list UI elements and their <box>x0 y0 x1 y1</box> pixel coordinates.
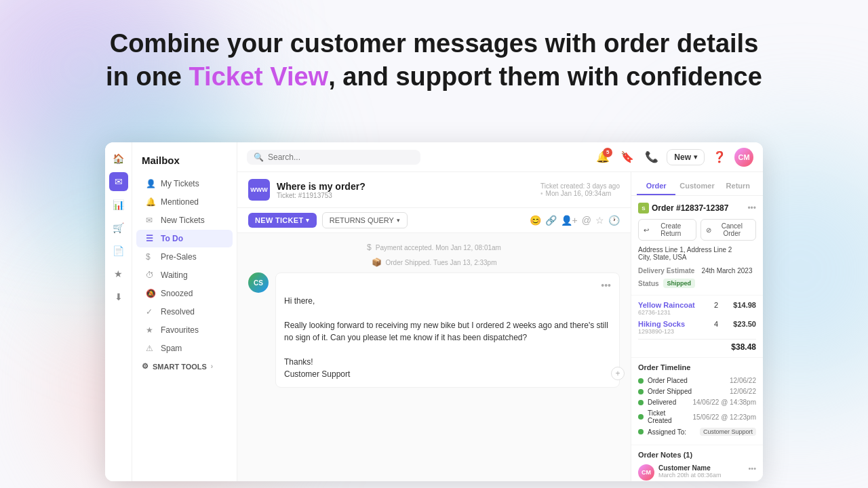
sidebar-item-spam[interactable]: ⚠ Spam <box>136 340 233 357</box>
system-message-shipped: 📦 Order Shipped. Tues Jan 13, 2:33pm <box>248 258 620 267</box>
ticket-toolbar: NEW TICKET ▾ RETURNS QUERY ▾ 😊 🔗 👤+ @ ☆ <box>237 208 631 233</box>
tab-return-label: Return <box>726 182 750 190</box>
new-tickets-icon: ✉ <box>146 216 155 225</box>
top-bar-actions: 🔔 5 🔖 📞 New ▾ ❓ CM <box>593 148 753 167</box>
ticket-date: Mon Jan 16, 09:34am <box>546 190 612 197</box>
item-1-name[interactable]: Yellow Raincoat <box>638 301 707 309</box>
sidebar-icon-star[interactable]: ★ <box>109 264 128 283</box>
order-more-button[interactable]: ••• <box>747 203 756 213</box>
app-window: 🏠 ✉ 📊 🛒 📄 ★ ⬇ Mailbox 👤 My Tickets 🔔 Men… <box>105 142 763 481</box>
new-ticket-button[interactable]: NEW TICKET ▾ <box>248 213 317 228</box>
add-message-button[interactable]: + <box>611 367 625 380</box>
sidebar-icon-download[interactable]: ⬇ <box>109 287 128 306</box>
smart-tools[interactable]: ⚙ SMART TOOLS › <box>132 358 237 375</box>
address-line2: City, State, USA <box>638 253 756 261</box>
message-signature: Customer Support <box>284 368 611 380</box>
person-add-icon[interactable]: 👤+ <box>561 215 578 226</box>
phone-button[interactable]: 📞 <box>642 148 661 167</box>
sidebar-item-my-tickets[interactable]: 👤 My Tickets <box>136 175 233 192</box>
timeline-item-4: Ticket Created 15/06/22 @ 12:23pm <box>638 409 756 424</box>
new-tickets-label: New Tickets <box>161 216 205 225</box>
new-ticket-btn-label: NEW TICKET <box>255 216 303 224</box>
item-row-1: Yellow Raincoat 62736-1231 2 $14.98 <box>638 301 756 316</box>
timeline-dot-2 <box>638 389 644 394</box>
snoozed-label: Snoozed <box>161 289 193 298</box>
notifications-button[interactable]: 🔔 5 <box>593 148 612 167</box>
mention-icon[interactable]: @ <box>582 215 591 226</box>
waiting-label: Waiting <box>161 270 188 280</box>
resolved-icon: ✓ <box>146 307 155 317</box>
payment-icon: $ <box>367 243 372 252</box>
bookmark-button[interactable]: 🔖 <box>618 148 637 167</box>
link-icon[interactable]: 🔗 <box>545 215 557 226</box>
payment-text: Payment accepted. Mon Jan 12, 08:01am <box>376 244 501 251</box>
item-1-price: $14.98 <box>726 301 756 309</box>
sidebar-item-resolved[interactable]: ✓ Resolved <box>136 303 233 321</box>
mentioned-label: Mentioned <box>161 197 199 207</box>
new-button[interactable]: New ▾ <box>667 149 705 165</box>
search-input[interactable] <box>268 152 414 162</box>
new-button-label: New <box>674 152 691 162</box>
sidebar-item-waiting[interactable]: ⏱ Waiting <box>136 266 233 284</box>
timeline-item-1: Order Placed 12/06/22 <box>638 377 756 384</box>
notes-title: Order Notes (1) <box>638 451 756 459</box>
sidebar-item-mentioned[interactable]: 🔔 Mentioned <box>136 193 233 211</box>
tab-return[interactable]: Return <box>719 178 757 195</box>
timeline-label-1: Order Placed <box>648 377 726 384</box>
item-2-name[interactable]: Hiking Socks <box>638 320 707 328</box>
smart-tools-chevron: › <box>211 363 213 370</box>
create-return-label: Create Return <box>651 222 691 237</box>
tab-customer[interactable]: Customer <box>677 178 717 195</box>
tab-customer-label: Customer <box>679 182 714 190</box>
timeline-section: Order Timeline Order Placed 12/06/22 Ord… <box>631 358 763 445</box>
item-2-qty: 4 <box>709 320 723 328</box>
note-date: March 20th at 08:36am <box>658 472 744 479</box>
shipped-icon: 📦 <box>372 258 382 267</box>
message-more-button[interactable]: ••• <box>601 280 611 291</box>
timeline-dot-1 <box>638 378 644 384</box>
address-row: Address Line 1, Address Line 2 City, Sta… <box>638 246 756 261</box>
note-content: Customer Name March 20th at 08:36am <box>658 464 744 479</box>
avatar[interactable]: CM <box>734 148 753 167</box>
sidebar-item-to-do[interactable]: ☰ To Do <box>136 230 233 247</box>
sidebar-icon-mail[interactable]: ✉ <box>109 172 128 191</box>
smart-tools-icon: ⚙ <box>142 362 149 371</box>
message-body-text: Really looking forward to receiving my n… <box>284 319 611 344</box>
www-badge: WWW <box>248 179 270 201</box>
sidebar-item-favourites[interactable]: ★ Favourites <box>136 321 233 339</box>
sidebar-item-pre-sales[interactable]: $ Pre-Sales <box>136 248 233 266</box>
my-tickets-label: My Tickets <box>161 179 199 188</box>
clock-icon[interactable]: 🕐 <box>608 215 620 226</box>
sidebar-icon-home[interactable]: 🏠 <box>109 149 128 168</box>
favourites-icon: ★ <box>146 325 155 335</box>
ticket-meta: Ticket created: 3 days ago • Mon Jan 16,… <box>540 182 620 197</box>
order-total-value: $38.48 <box>731 342 756 352</box>
chevron-down-icon: ▾ <box>694 153 697 161</box>
emoji-icon[interactable]: 😊 <box>530 215 541 226</box>
message-sign-off: Thanks! <box>284 356 611 368</box>
returns-query-button[interactable]: RETURNS QUERY ▾ <box>322 212 408 228</box>
returns-chevron: ▾ <box>397 217 400 224</box>
messages-area: $ Payment accepted. Mon Jan 12, 08:01am … <box>237 233 631 481</box>
sidebar-item-snoozed[interactable]: 🔕 Snoozed <box>136 285 233 302</box>
note-more-button[interactable]: ••• <box>748 464 756 472</box>
items-section: Yellow Raincoat 62736-1231 2 $14.98 Hiki… <box>631 296 763 358</box>
star-icon[interactable]: ☆ <box>595 215 604 226</box>
sidebar-icon-cart[interactable]: 🛒 <box>109 218 128 237</box>
cancel-order-button[interactable]: ⊘ Cancel Order <box>701 219 756 241</box>
tab-order[interactable]: Order <box>637 178 675 195</box>
hero-highlight: Ticket View <box>189 62 329 91</box>
ticket-subtitle: Ticket: #11913753 <box>277 192 534 199</box>
main-content: 🔍 🔔 5 🔖 📞 New ▾ ❓ CM <box>237 142 763 481</box>
timeline-dot-3 <box>638 400 644 405</box>
sidebar-icon-doc[interactable]: 📄 <box>109 241 128 260</box>
sidebar-icon-chart[interactable]: 📊 <box>109 195 128 214</box>
create-return-button[interactable]: ↩ Create Return <box>638 219 696 241</box>
sidebar-item-new-tickets[interactable]: ✉ New Tickets <box>136 211 233 229</box>
message-body: Hi there, Really looking forward to rece… <box>284 295 611 380</box>
search-icon: 🔍 <box>254 152 264 162</box>
top-bar: 🔍 🔔 5 🔖 📞 New ▾ ❓ CM <box>237 142 763 172</box>
help-button[interactable]: ❓ <box>710 148 729 167</box>
message-avatar-initials: CS <box>254 279 263 287</box>
note-avatar-initials: CM <box>642 469 651 476</box>
